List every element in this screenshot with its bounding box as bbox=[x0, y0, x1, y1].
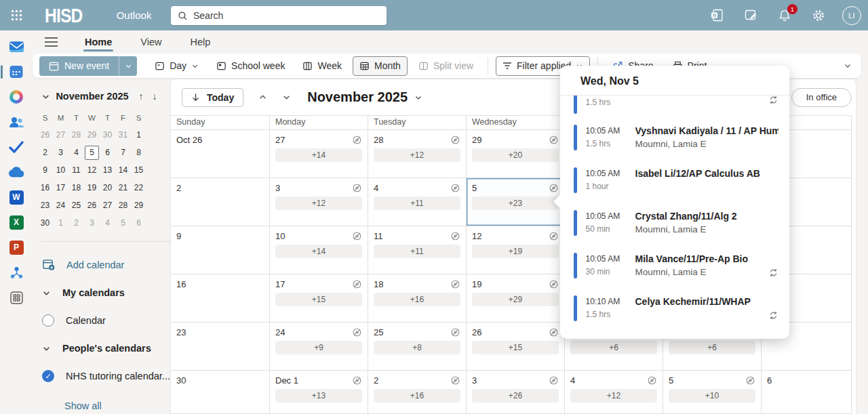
mini-calendar-day[interactable]: 31 bbox=[115, 126, 131, 144]
mini-calendar-day[interactable]: 5 bbox=[84, 144, 100, 161]
calendar-cell[interactable]: Dec 1+13 bbox=[269, 371, 368, 414]
word-icon[interactable]: W bbox=[0, 188, 33, 206]
mini-calendar-day[interactable]: 27 bbox=[100, 196, 115, 214]
calendar-cell[interactable]: 27+14 bbox=[269, 130, 368, 178]
event-count-pill[interactable]: +14 bbox=[275, 148, 362, 162]
agenda-event[interactable]: 1.5 hrs bbox=[560, 96, 789, 114]
calendar-unchecked-icon[interactable] bbox=[42, 314, 54, 327]
event-count-pill[interactable]: +10 bbox=[669, 389, 755, 402]
agenda-event[interactable]: 10:05 AM30 minMila Vance/11/Pre-Ap BioMo… bbox=[560, 253, 789, 278]
search-input[interactable]: Search bbox=[171, 6, 387, 25]
mini-calendar-day[interactable]: 19 bbox=[84, 179, 100, 196]
view-button-month[interactable]: Month bbox=[353, 56, 408, 76]
mini-calendar-day[interactable]: 28 bbox=[68, 126, 84, 144]
calendar-cell[interactable]: 4+11 bbox=[368, 178, 466, 226]
mini-calendar-collapse-chevron-icon[interactable] bbox=[41, 92, 50, 101]
hidden-events-icon[interactable] bbox=[352, 183, 362, 193]
calendar-cell[interactable]: 12+19 bbox=[466, 226, 564, 274]
hidden-events-icon[interactable] bbox=[549, 375, 559, 386]
event-count-pill[interactable]: +13 bbox=[275, 389, 362, 402]
mini-calendar-day[interactable]: 9 bbox=[37, 161, 53, 179]
calendar-cell[interactable]: 17+15 bbox=[269, 274, 368, 323]
calendar-icon[interactable] bbox=[0, 63, 33, 81]
event-count-pill[interactable]: +15 bbox=[472, 341, 559, 354]
mini-calendar-day[interactable]: 6 bbox=[100, 144, 115, 161]
event-count-pill[interactable]: +23 bbox=[472, 196, 559, 210]
event-count-pill[interactable]: +15 bbox=[275, 293, 362, 306]
hidden-events-icon[interactable] bbox=[450, 279, 460, 289]
calendar-section-header[interactable]: My calendars bbox=[33, 287, 171, 298]
mini-calendar-day[interactable]: 5 bbox=[115, 214, 131, 232]
calendar-cell[interactable]: 24+9 bbox=[269, 323, 368, 371]
mini-calendar-day[interactable]: 2 bbox=[68, 214, 84, 232]
todo-icon[interactable] bbox=[0, 138, 33, 156]
calendar-cell[interactable]: 26+15 bbox=[466, 323, 564, 371]
hamburger-menu-icon[interactable] bbox=[45, 37, 58, 47]
mini-calendar-day[interactable]: 2 bbox=[37, 144, 53, 161]
calendar-section-header[interactable]: People's calendars bbox=[33, 343, 171, 354]
event-count-pill[interactable]: +29 bbox=[472, 293, 559, 306]
show-all-link[interactable]: Show all bbox=[33, 400, 171, 412]
event-count-pill[interactable]: +16 bbox=[374, 389, 460, 402]
calendar-cell[interactable]: 18+16 bbox=[368, 274, 466, 323]
calendar-cell[interactable]: 29+20 bbox=[466, 130, 564, 178]
mini-calendar-day[interactable]: 12 bbox=[84, 161, 100, 179]
mini-calendar-day[interactable]: 14 bbox=[115, 161, 131, 179]
calendar-cell[interactable]: Oct 26 bbox=[171, 130, 269, 178]
event-count-pill[interactable]: +14 bbox=[275, 245, 362, 258]
mini-calendar-day[interactable]: 26 bbox=[37, 126, 53, 144]
calendar-cell[interactable]: 5+23 bbox=[466, 178, 564, 226]
notifications-bell-icon[interactable]: 1 bbox=[774, 5, 795, 26]
view-button-day[interactable]: Day bbox=[148, 56, 205, 76]
calendar-cell[interactable]: 28+12 bbox=[368, 130, 466, 178]
mini-calendar-day[interactable]: 3 bbox=[53, 144, 68, 161]
my-day-icon[interactable] bbox=[741, 5, 761, 26]
settings-gear-icon[interactable] bbox=[808, 5, 829, 26]
calendar-cell[interactable]: 2+16 bbox=[368, 371, 466, 414]
event-count-pill[interactable]: +26 bbox=[472, 389, 559, 402]
calendar-cell[interactable]: 6 bbox=[761, 371, 851, 414]
mini-calendar-day[interactable]: 10 bbox=[53, 161, 68, 179]
calendar-cell[interactable]: 19+29 bbox=[466, 274, 564, 323]
tab-view[interactable]: View bbox=[139, 33, 163, 51]
mini-calendar-day[interactable]: 25 bbox=[68, 196, 84, 214]
calendar-cell[interactable]: 2 bbox=[171, 178, 269, 226]
hidden-events-icon[interactable] bbox=[549, 327, 559, 337]
mini-calendar-day[interactable]: 24 bbox=[53, 196, 68, 214]
mini-calendar-day[interactable]: 26 bbox=[84, 196, 100, 214]
mini-calendar-day[interactable]: 4 bbox=[68, 144, 84, 161]
mini-calendar-day[interactable]: 22 bbox=[131, 179, 146, 196]
event-count-pill[interactable]: +16 bbox=[374, 293, 460, 306]
mini-calendar-day[interactable]: 21 bbox=[115, 179, 131, 196]
new-event-dropdown[interactable] bbox=[119, 56, 137, 76]
calendar-cell[interactable]: 10+14 bbox=[269, 226, 368, 274]
previous-month-chevron-icon[interactable] bbox=[258, 93, 267, 102]
mini-calendar-day[interactable]: 18 bbox=[68, 179, 84, 196]
calendar-list-item[interactable]: Calendar bbox=[33, 314, 171, 327]
hidden-events-icon[interactable] bbox=[549, 183, 559, 193]
mini-calendar-day[interactable]: 30 bbox=[100, 126, 115, 144]
mini-calendar-day[interactable]: 8 bbox=[131, 144, 146, 161]
mini-calendar-day[interactable]: 28 bbox=[115, 196, 131, 214]
mini-calendar-prev-arrow-icon[interactable]: ↑ bbox=[134, 91, 148, 102]
tab-help[interactable]: Help bbox=[189, 33, 212, 51]
agenda-event[interactable]: 10:05 AM50 minCrystal Zhang/11/Alg 2Moum… bbox=[560, 210, 789, 236]
mini-calendar-day[interactable]: 4 bbox=[100, 214, 115, 232]
tab-home[interactable]: Home bbox=[83, 33, 113, 51]
mini-calendar-day[interactable]: 1 bbox=[131, 126, 146, 144]
mini-calendar-day[interactable]: 1 bbox=[53, 214, 68, 232]
collapse-ribbon-chevron-icon[interactable] bbox=[844, 62, 852, 70]
mini-calendar-day[interactable]: 15 bbox=[131, 161, 146, 179]
mini-calendar-day[interactable]: 7 bbox=[115, 144, 131, 161]
mini-calendar-day[interactable]: 13 bbox=[100, 161, 115, 179]
mini-calendar-day[interactable]: 30 bbox=[37, 214, 53, 232]
hidden-events-icon[interactable] bbox=[450, 135, 460, 145]
event-count-pill[interactable]: +9 bbox=[275, 341, 362, 354]
calendar-cell[interactable]: 23 bbox=[171, 323, 269, 371]
new-event-button[interactable]: New event bbox=[39, 56, 137, 76]
hidden-events-icon[interactable] bbox=[352, 327, 362, 337]
calendar-cell[interactable]: 30 bbox=[171, 371, 269, 414]
work-location-status-button[interactable]: In office bbox=[791, 88, 852, 107]
hidden-events-icon[interactable] bbox=[647, 375, 657, 386]
mini-calendar-day[interactable]: 6 bbox=[131, 214, 146, 232]
